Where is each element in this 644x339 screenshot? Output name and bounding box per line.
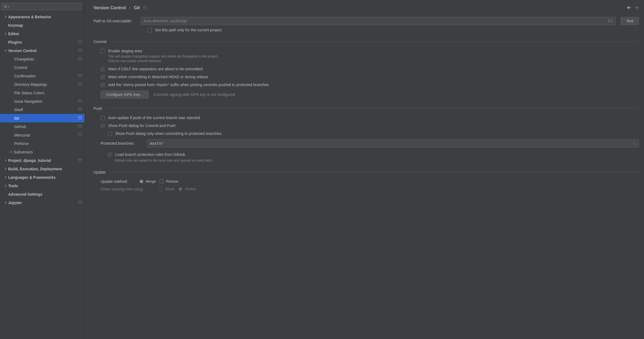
sidebar-item-version-control[interactable]: Version Control (0, 46, 84, 55)
sidebar-item-label: Jupyter (8, 201, 78, 205)
project-scope-icon (78, 116, 82, 120)
sidebar-item-github[interactable]: GitHub (0, 122, 84, 131)
gpg-status-text: Commits signing with GPG key is not conf… (153, 92, 235, 97)
svg-rect-22 (78, 159, 82, 162)
back-button[interactable] (627, 6, 631, 10)
search-icon (4, 5, 7, 8)
search-field[interactable]: ▾ (1, 3, 82, 10)
svg-rect-10 (78, 83, 82, 86)
cherry-suffix-checkbox[interactable] (101, 83, 105, 87)
svg-rect-12 (78, 100, 82, 102)
sidebar-item-advanced[interactable]: Advanced Settings (0, 190, 84, 198)
project-scope-icon (78, 133, 82, 137)
section-commit: Commit (93, 40, 107, 44)
divider (105, 108, 639, 108)
checkbox-label: Load branch protection rules from GitHub (115, 152, 185, 157)
sidebar-item-label: Shelf (14, 108, 78, 112)
sidebar-item-git[interactable]: Git (0, 114, 84, 122)
chevron-right-icon (3, 32, 8, 35)
svg-rect-26 (143, 7, 147, 9)
expand-icon[interactable] (633, 141, 636, 146)
update-merge-radio[interactable] (139, 179, 144, 184)
svg-rect-6 (78, 57, 82, 60)
sidebar-item-build[interactable]: Build, Execution, Deployment (0, 165, 84, 173)
sidebar-item-label: Project: django_tutorial (8, 158, 78, 163)
svg-line-1 (6, 7, 7, 8)
project-scope-icon (78, 158, 82, 162)
sidebar-item-file-status-colors[interactable]: File Status Colors (0, 89, 84, 97)
breadcrumb-current: Git (134, 5, 140, 10)
sidebar-item-label: Appearance & Behavior (8, 15, 82, 19)
test-button[interactable]: Test (621, 17, 639, 25)
auto-update-checkbox[interactable] (101, 116, 105, 120)
sidebar-item-issue-navigation[interactable]: Issue Navigation (0, 97, 84, 105)
project-scope-icon (78, 49, 82, 53)
svg-rect-24 (78, 201, 82, 204)
warn-crlf-checkbox[interactable] (101, 67, 105, 71)
sidebar-item-directory-mappings[interactable]: Directory Mappings (0, 80, 84, 89)
sidebar-item-subversion[interactable]: Subversion (0, 148, 84, 156)
sidebar-item-label: Editor (8, 32, 82, 36)
project-scope-icon (78, 40, 82, 44)
checkbox-label: Auto-update if push of the current branc… (108, 116, 200, 120)
sidebar-item-label: Languages & Frameworks (8, 175, 82, 180)
sidebar-item-appearance[interactable]: Appearance & Behavior (0, 13, 84, 21)
settings-sidebar: ▾ Appearance & Behavior Keymap Editor Pl… (0, 0, 85, 339)
sidebar-item-label: Directory Mappings (14, 82, 78, 87)
git-path-placeholder: Auto-detected: /usr/bin/git (144, 19, 187, 23)
sidebar-item-label: Commit (14, 65, 82, 70)
warn-detached-checkbox[interactable] (101, 75, 105, 79)
enable-staging-checkbox[interactable] (101, 49, 105, 53)
sidebar-item-confirmation[interactable]: Confirmation (0, 72, 84, 80)
project-scope-icon (78, 74, 82, 78)
checkbox-label: Warn when committing in detached HEAD or… (108, 75, 208, 79)
load-github-rules-checkbox[interactable] (108, 153, 112, 157)
git-path-input[interactable]: Auto-detected: /usr/bin/git (141, 17, 616, 25)
svg-rect-2 (78, 41, 82, 43)
protected-branches-input[interactable]: master (147, 139, 639, 147)
chevron-right-icon (3, 201, 8, 204)
help-text: GitHub rules are added to the local rule… (93, 159, 639, 162)
clean-tree-label: Clean working tree using: (101, 187, 155, 191)
update-rebase-radio[interactable] (160, 179, 164, 184)
svg-rect-16 (78, 117, 82, 119)
clean-shelve-radio[interactable] (178, 187, 183, 191)
sidebar-item-keymap[interactable]: Keymap (0, 21, 84, 29)
radio-label: Stash (165, 187, 174, 191)
sidebar-item-label: Issue Navigation (14, 99, 78, 104)
sidebar-item-shelf[interactable]: Shelf (0, 105, 84, 114)
project-scope-icon (78, 99, 82, 103)
settings-tree: Appearance & Behavior Keymap Editor Plug… (0, 13, 84, 339)
chevron-down-icon (3, 49, 8, 52)
sidebar-item-mercurial[interactable]: Mercurial (0, 131, 84, 139)
show-push-protected-checkbox[interactable] (108, 132, 112, 136)
search-input[interactable] (11, 5, 79, 9)
project-scope-icon (78, 201, 82, 205)
configure-gpg-button[interactable]: Configure GPG Key... (101, 90, 148, 99)
sidebar-item-editor[interactable]: Editor (0, 29, 84, 38)
sidebar-item-project[interactable]: Project: django_tutorial (0, 156, 84, 165)
show-push-dialog-checkbox[interactable] (101, 124, 105, 128)
sidebar-item-tools[interactable]: Tools (0, 181, 84, 190)
project-scope-icon (143, 5, 147, 10)
folder-icon[interactable] (608, 19, 613, 23)
breadcrumb-root[interactable]: Version Control (93, 5, 126, 10)
chevron-right-icon (3, 168, 8, 170)
sidebar-item-plugins[interactable]: Plugins (0, 38, 84, 46)
chevron-right-icon (3, 184, 8, 187)
sidebar-item-languages[interactable]: Languages & Frameworks (0, 173, 84, 181)
sidebar-item-jupyter[interactable]: Jupyter (0, 198, 84, 207)
sidebar-item-perforce[interactable]: Perforce (0, 139, 84, 148)
project-scope-icon (78, 108, 82, 112)
sidebar-item-label: Keymap (8, 23, 82, 28)
sidebar-item-commit[interactable]: Commit (0, 63, 84, 72)
clean-stash-radio[interactable] (159, 187, 163, 191)
forward-button[interactable] (634, 6, 639, 10)
section-update: Update (93, 170, 106, 174)
svg-rect-4 (78, 49, 82, 52)
chevron-right-icon (3, 16, 8, 18)
protected-branches-value: master (150, 141, 164, 146)
project-scope-icon (78, 57, 82, 61)
sidebar-item-changelists[interactable]: Changelists (0, 55, 84, 63)
set-path-project-checkbox[interactable] (147, 28, 152, 32)
